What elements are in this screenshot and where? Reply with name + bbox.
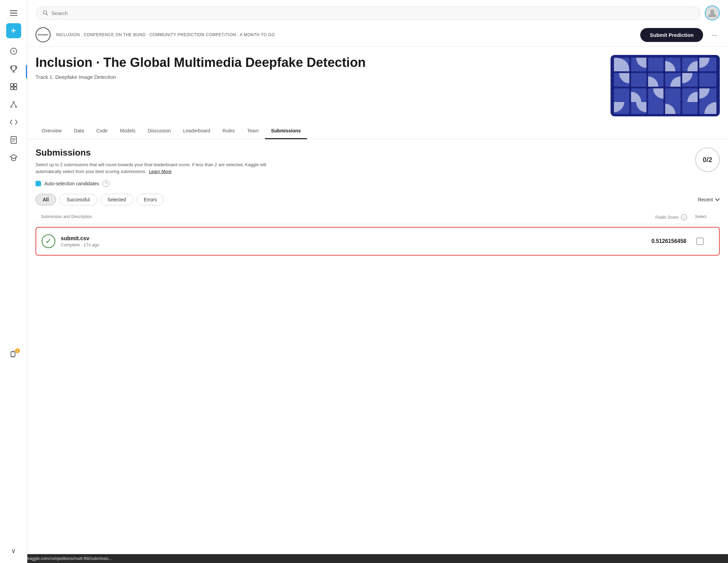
svg-rect-10 bbox=[14, 87, 17, 90]
filter-chips: All Successful Selected Errors bbox=[36, 194, 164, 205]
submissions-header: Submissions Select up to 2 submissions t… bbox=[36, 147, 720, 175]
competition-header: inclusion INCLUSION · CONFERENCE ON THE … bbox=[27, 23, 728, 47]
competition-title: Inclusion · The Global Multimedia Deepfa… bbox=[36, 55, 602, 71]
svg-line-26 bbox=[46, 14, 47, 15]
auto-selection-row: Auto-selection candidates ? bbox=[36, 180, 720, 187]
svg-rect-0 bbox=[10, 10, 17, 11]
svg-point-11 bbox=[13, 101, 14, 103]
avatar[interactable] bbox=[705, 5, 720, 20]
learn-icon[interactable] bbox=[6, 150, 21, 165]
submit-prediction-button[interactable]: Submit Prediction bbox=[640, 28, 703, 42]
competition-subtitle: INCLUSION · CONFERENCE ON THE BUND · COM… bbox=[56, 32, 635, 37]
submissions-section: Submissions Select up to 2 submissions t… bbox=[27, 139, 728, 264]
tab-code[interactable]: Code bbox=[90, 123, 114, 139]
submissions-description: Select up to 2 submissions that will cou… bbox=[36, 161, 281, 175]
tab-discussion[interactable]: Discussion bbox=[142, 123, 177, 139]
col-header-submission: Submission and Description bbox=[41, 214, 619, 220]
filter-successful[interactable]: Successful bbox=[59, 194, 97, 205]
svg-rect-80 bbox=[682, 102, 698, 114]
learn-more-link[interactable]: Learn More bbox=[149, 169, 171, 174]
chevron-down-icon bbox=[715, 198, 720, 201]
submission-status-icon: ✓ bbox=[42, 234, 55, 248]
col-header-select: Select bbox=[687, 214, 714, 220]
svg-rect-7 bbox=[11, 84, 13, 86]
competition-content: Inclusion · The Global Multimedia Deepfa… bbox=[27, 47, 728, 116]
competition-track: Track 1: Deepfake Image Detection bbox=[36, 74, 602, 80]
submission-checkbox[interactable] bbox=[696, 237, 704, 245]
more-icon[interactable]: ∨ bbox=[8, 544, 19, 558]
auto-select-indicator bbox=[36, 181, 41, 186]
submission-score: 0.5126156458 bbox=[618, 238, 686, 244]
svg-rect-63 bbox=[665, 88, 681, 102]
filter-selected[interactable]: Selected bbox=[100, 194, 133, 205]
svg-rect-32 bbox=[648, 58, 663, 71]
competition-title-area: Inclusion · The Global Multimedia Deepfa… bbox=[36, 55, 602, 80]
svg-point-13 bbox=[15, 106, 17, 107]
code-icon[interactable] bbox=[6, 115, 21, 130]
svg-rect-20 bbox=[11, 352, 15, 357]
tab-leaderboard[interactable]: Leaderboard bbox=[177, 123, 216, 139]
submission-filename: submit.csv bbox=[61, 235, 618, 242]
svg-point-12 bbox=[11, 106, 12, 107]
tab-overview[interactable]: Overview bbox=[36, 123, 68, 139]
tab-submissions[interactable]: Submissions bbox=[265, 123, 307, 139]
svg-rect-55 bbox=[699, 73, 716, 87]
table-header: Submission and Description Public Score … bbox=[36, 211, 720, 224]
submission-select-cell bbox=[686, 237, 714, 245]
tab-models[interactable]: Models bbox=[114, 123, 141, 139]
menu-icon[interactable] bbox=[6, 5, 21, 20]
search-icon bbox=[43, 10, 48, 16]
competition-logo: inclusion bbox=[36, 27, 51, 42]
search-bar[interactable] bbox=[36, 6, 701, 20]
svg-rect-8 bbox=[14, 84, 17, 86]
more-options-button[interactable]: ··· bbox=[709, 28, 720, 42]
sort-dropdown[interactable]: Recent bbox=[698, 197, 720, 202]
submission-row: ✓ submit.csv Complete · 17s ago 0.512615… bbox=[36, 227, 720, 256]
tab-team[interactable]: Team bbox=[241, 123, 265, 139]
sidebar: + bbox=[0, 0, 27, 563]
main-content: inclusion INCLUSION · CONFERENCE ON THE … bbox=[27, 0, 728, 563]
tab-data[interactable]: Data bbox=[68, 123, 90, 139]
svg-rect-45 bbox=[631, 73, 646, 87]
document-icon[interactable] bbox=[6, 132, 21, 147]
col-header-score: Public Score i bbox=[619, 214, 687, 220]
filter-errors[interactable]: Errors bbox=[137, 194, 164, 205]
submissions-title: Submissions bbox=[36, 147, 281, 158]
sort-label: Recent bbox=[698, 197, 713, 202]
filter-row: All Successful Selected Errors Recent bbox=[36, 194, 720, 205]
checkmark-icon: ✓ bbox=[45, 237, 52, 246]
table-icon[interactable] bbox=[6, 79, 21, 94]
compass-icon[interactable] bbox=[6, 44, 21, 59]
score-info-icon[interactable]: i bbox=[681, 214, 687, 220]
active-indicator bbox=[26, 65, 27, 78]
submission-status: Complete · 17s ago bbox=[61, 242, 618, 247]
svg-line-15 bbox=[14, 103, 16, 106]
svg-point-4 bbox=[13, 50, 14, 52]
statusbar: https://www.kaggle.com/competitions/mult… bbox=[0, 554, 728, 563]
competition-banner bbox=[611, 55, 720, 116]
auto-select-label: Auto-selection candidates bbox=[44, 181, 99, 186]
svg-rect-56 bbox=[614, 88, 629, 102]
trophy-icon[interactable] bbox=[6, 61, 21, 76]
svg-rect-1 bbox=[10, 13, 17, 14]
submission-info: submit.csv Complete · 17s ago bbox=[61, 235, 618, 247]
filter-all[interactable]: All bbox=[36, 194, 56, 205]
svg-rect-76 bbox=[648, 102, 663, 114]
svg-line-14 bbox=[11, 103, 14, 106]
tree-icon[interactable] bbox=[6, 97, 21, 112]
submission-counter: 0/2 bbox=[695, 147, 720, 172]
svg-rect-9 bbox=[11, 87, 13, 90]
topbar bbox=[27, 0, 728, 23]
banner-pattern-svg bbox=[612, 56, 718, 116]
help-icon[interactable]: ? bbox=[102, 180, 109, 187]
search-input[interactable] bbox=[52, 10, 694, 16]
notification-badge: 1 bbox=[15, 348, 20, 353]
navigation-tabs: Overview Data Code Models Discussion Lea… bbox=[27, 123, 728, 139]
svg-rect-2 bbox=[10, 15, 17, 16]
add-button[interactable]: + bbox=[6, 23, 21, 38]
svg-point-25 bbox=[43, 11, 46, 14]
tab-rules[interactable]: Rules bbox=[216, 123, 241, 139]
notification-icon[interactable]: 1 bbox=[6, 347, 21, 362]
